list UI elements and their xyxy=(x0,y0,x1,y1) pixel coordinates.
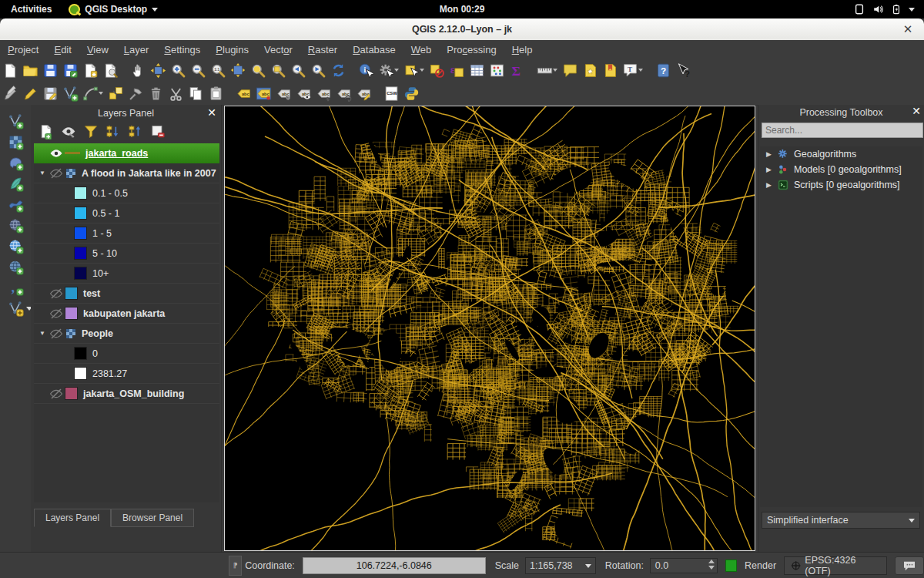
remove-layer-button[interactable] xyxy=(150,123,166,139)
new-composer-button[interactable] xyxy=(80,60,100,80)
visibility-off-icon[interactable] xyxy=(48,287,65,301)
delete-selected-button[interactable] xyxy=(146,83,166,103)
interface-mode-select[interactable]: Simplified interface xyxy=(762,512,920,529)
log-messages-button[interactable] xyxy=(895,556,924,575)
zoom-layer-button[interactable] xyxy=(268,60,288,80)
visibility-off-icon[interactable] xyxy=(48,166,65,180)
help-contents-button[interactable]: ? xyxy=(653,60,673,80)
save-project-button[interactable] xyxy=(40,60,60,80)
toggle-editing-button[interactable] xyxy=(20,83,40,103)
close-window-button[interactable]: ✕ xyxy=(901,22,915,36)
map-tips-button[interactable] xyxy=(560,60,580,80)
label-move-button[interactable]: abc xyxy=(313,83,333,103)
legend-class-row[interactable]: 10+ xyxy=(34,264,219,284)
add-vector-layer-button[interactable] xyxy=(5,111,26,132)
legend-class-row[interactable]: 5 - 10 xyxy=(34,244,219,264)
current-edits-button[interactable] xyxy=(0,83,20,103)
chevron-down-icon[interactable] xyxy=(420,69,424,72)
menu-web[interactable]: Web xyxy=(403,42,440,58)
zoom-out-button[interactable] xyxy=(188,60,208,80)
statistical-summary-button[interactable]: Σ xyxy=(507,60,527,80)
zoom-in-button[interactable] xyxy=(168,60,188,80)
menu-plugins[interactable]: Plugins xyxy=(208,42,256,58)
refresh-map-button[interactable] xyxy=(328,60,348,80)
select-expression-button[interactable]: ε xyxy=(447,60,467,80)
menu-edit[interactable]: Edit xyxy=(46,42,79,58)
scale-combobox[interactable]: 1:165,738 xyxy=(525,557,596,574)
whats-this-button[interactable]: ? xyxy=(673,60,693,80)
spin-down-icon[interactable] xyxy=(708,566,715,570)
app-menu-button[interactable]: QGIS Desktop xyxy=(62,4,164,15)
expand-all-button[interactable] xyxy=(105,123,121,139)
copy-features-button[interactable] xyxy=(186,83,206,103)
add-feature-button[interactable] xyxy=(60,83,80,103)
pan-map-button[interactable] xyxy=(128,60,148,80)
deselect-features-button[interactable] xyxy=(427,60,447,80)
show-bookmarks-button[interactable] xyxy=(600,60,620,80)
menu-help[interactable]: Help xyxy=(504,42,541,58)
visibility-off-icon[interactable] xyxy=(48,307,65,321)
zoom-next-button[interactable] xyxy=(308,60,328,80)
expander-icon[interactable]: ▶ xyxy=(766,166,772,173)
label-pin-button[interactable]: abc xyxy=(273,83,293,103)
layer-row[interactable]: jakarta_OSM_building xyxy=(34,384,219,404)
circular-string-button[interactable] xyxy=(80,83,100,103)
chevron-down-icon[interactable] xyxy=(638,69,643,72)
cut-features-button[interactable] xyxy=(166,83,186,103)
visibility-off-icon[interactable] xyxy=(48,327,65,341)
tab-browser-panel[interactable]: Browser Panel xyxy=(111,509,194,527)
chevron-down-icon[interactable] xyxy=(394,69,399,72)
menu-raster[interactable]: Raster xyxy=(300,42,345,58)
layer-row[interactable]: ▼People xyxy=(34,324,219,344)
composer-manager-button[interactable] xyxy=(100,60,120,80)
label-highlight-button[interactable]: abc xyxy=(253,83,273,103)
zoom-selection-button[interactable] xyxy=(248,60,268,80)
visibility-off-icon[interactable] xyxy=(48,387,65,401)
expander-icon[interactable]: ▼ xyxy=(37,170,48,176)
map-canvas[interactable] xyxy=(225,106,755,550)
expander-icon[interactable]: ▶ xyxy=(766,150,772,158)
label-layer-button[interactable]: abc xyxy=(233,83,253,103)
zoom-last-button[interactable] xyxy=(288,60,308,80)
coordinate-input[interactable]: 106.7224,-6.0846 xyxy=(303,557,486,574)
label-rotate-button[interactable]: abc xyxy=(333,83,353,103)
legend-class-row[interactable]: 0.5 - 1 xyxy=(34,203,219,223)
chevron-down-icon[interactable] xyxy=(553,69,557,72)
feature-action-button[interactable] xyxy=(376,60,396,80)
render-checkbox[interactable] xyxy=(725,560,737,572)
filter-legend-button[interactable] xyxy=(83,123,99,139)
menu-database[interactable]: Database xyxy=(345,42,403,58)
add-raster-layer-button[interactable] xyxy=(5,132,26,153)
text-annotation-button[interactable]: T xyxy=(620,60,640,80)
menu-project[interactable]: Project xyxy=(0,42,46,58)
paste-features-button[interactable] xyxy=(206,83,226,103)
layer-row[interactable]: ▼A flood in Jakarta like in 2007 xyxy=(34,163,219,183)
save-project-as-button[interactable] xyxy=(60,60,80,80)
status-extents-button[interactable]: ⁋ xyxy=(229,556,242,576)
label-properties-button[interactable]: abc xyxy=(353,83,373,103)
add-spatialite-layer-button[interactable] xyxy=(5,173,26,194)
layers-panel-close-button[interactable]: ✕ xyxy=(207,106,216,119)
window-title-bar[interactable]: QGIS 2.12.0–Lyon – jk ✕ xyxy=(0,18,924,41)
select-features-button[interactable] xyxy=(401,60,421,80)
open-project-button[interactable] xyxy=(20,60,40,80)
crs-status-button[interactable]: EPSG:4326 (OTF) xyxy=(784,556,887,575)
add-postgis-layer-button[interactable] xyxy=(5,153,26,173)
add-wcs-layer-button[interactable] xyxy=(5,257,26,277)
system-tray[interactable] xyxy=(854,4,924,15)
field-calculator-button[interactable] xyxy=(487,60,507,80)
node-tool-button[interactable] xyxy=(126,83,146,103)
identify-features-button[interactable]: i xyxy=(356,60,376,80)
legend-class-row[interactable]: 0 xyxy=(34,344,219,364)
tab-layers-panel[interactable]: Layers Panel xyxy=(34,509,111,527)
visibility-on-icon[interactable] xyxy=(48,146,65,160)
menu-vector[interactable]: Vector xyxy=(256,42,300,58)
rotation-spinbox[interactable]: 0.0 xyxy=(650,558,718,573)
zoom-actual-button[interactable]: 1:1 xyxy=(208,60,228,80)
new-bookmark-button[interactable] xyxy=(580,60,600,80)
save-layer-edits-button[interactable] xyxy=(40,83,60,103)
expander-icon[interactable]: ▼ xyxy=(37,330,48,337)
legend-class-row[interactable]: 0.1 - 0.5 xyxy=(34,183,219,203)
menu-settings[interactable]: Settings xyxy=(156,42,208,58)
layer-row[interactable]: jakarta_roads xyxy=(34,143,219,163)
